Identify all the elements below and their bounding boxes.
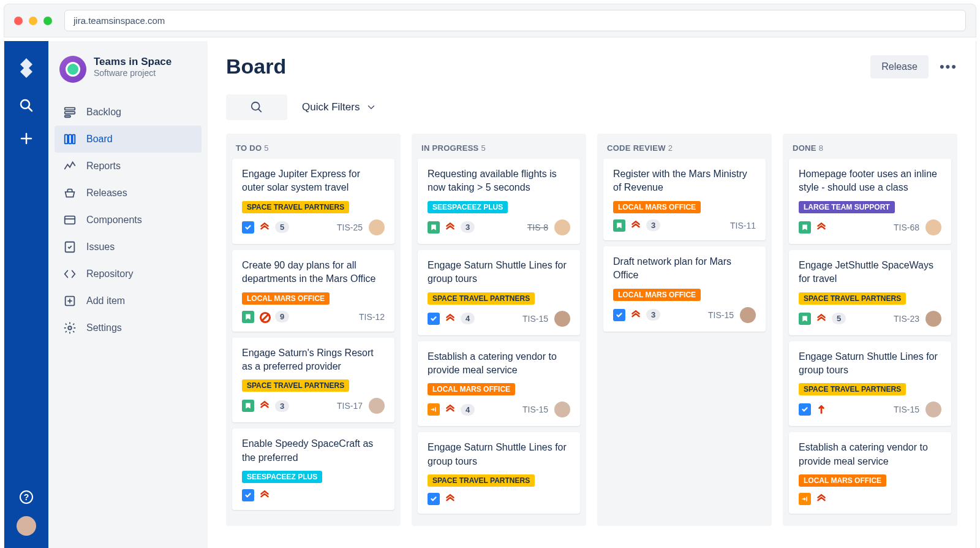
issue-key: TIS-15 (708, 310, 734, 320)
card-label: SPACE TRAVEL PARTNERS (428, 292, 535, 305)
assignee-avatar[interactable] (740, 307, 756, 323)
jira-logo[interactable] (14, 56, 39, 80)
assignee-avatar[interactable] (369, 398, 385, 414)
project-nav-list: BacklogBoardReportsReleasesComponentsIss… (55, 99, 202, 341)
help-icon[interactable]: ? (18, 489, 34, 505)
sidebar-item-add-item[interactable]: Add item (55, 287, 202, 314)
issue-card[interactable]: Requesting available flights is now taki… (418, 159, 580, 244)
priority-icon (259, 400, 270, 411)
quick-filters-dropdown[interactable]: Quick Filters (302, 101, 377, 113)
create-icon[interactable] (18, 131, 34, 147)
issue-key: TIS-15 (894, 405, 919, 414)
card-title: Engage Saturn Shuttle Lines for group to… (428, 441, 570, 468)
issue-card[interactable]: Register with the Mars Ministry of Reven… (603, 159, 766, 240)
assignee-avatar[interactable] (554, 311, 570, 327)
project-header[interactable]: Teams in Space Software project (55, 56, 202, 94)
assignee-avatar[interactable] (925, 219, 941, 235)
issue-key: TIS-12 (359, 312, 385, 322)
priority-icon (816, 404, 827, 415)
sidebar-item-label: Settings (86, 322, 122, 333)
window-controls (14, 17, 52, 25)
sidebar-item-label: Components (86, 215, 142, 226)
sidebar-item-board[interactable]: Board (55, 126, 202, 153)
assignee-avatar[interactable] (369, 219, 385, 235)
svg-line-22 (262, 314, 268, 321)
assignee-avatar[interactable] (925, 311, 941, 327)
maximize-window-button[interactable] (43, 17, 52, 25)
issue-card[interactable]: Engage Saturn's Rings Resort as a prefer… (232, 338, 394, 423)
issue-card[interactable]: Draft network plan for Mars Office LOCAL… (603, 246, 766, 332)
sidebar-item-releases[interactable]: Releases (55, 180, 202, 207)
project-avatar (59, 56, 86, 83)
more-actions-icon[interactable]: ••• (940, 59, 957, 75)
release-button[interactable]: Release (870, 55, 929, 78)
sidebar-item-issues[interactable]: Issues (55, 234, 202, 261)
close-window-button[interactable] (14, 17, 23, 25)
issue-key: TIS-25 (337, 223, 363, 232)
assignee-avatar[interactable] (554, 401, 570, 417)
issue-card[interactable]: Create 90 day plans for all departments … (232, 250, 394, 332)
sidebar-item-reports[interactable]: Reports (55, 153, 202, 180)
priority-icon (445, 222, 456, 233)
issue-type-icon (613, 309, 625, 321)
sidebar-item-repository[interactable]: Repository (55, 261, 202, 287)
svg-rect-12 (65, 216, 75, 224)
issue-card[interactable]: Engage Saturn Shuttle Lines for group to… (789, 341, 951, 427)
column-header: TO DO 5 (232, 140, 394, 159)
url-bar[interactable]: jira.teamsinspace.com (64, 10, 966, 31)
issue-type-icon (428, 403, 440, 416)
issue-type-icon (242, 489, 254, 501)
browser-chrome: jira.teamsinspace.com (4, 4, 976, 37)
issue-card[interactable]: Establish a catering vendor to provide m… (789, 432, 951, 514)
card-label: LOCAL MARS OFFICE (242, 292, 330, 305)
card-title: Create 90 day plans for all departments … (242, 259, 385, 286)
sidebar-item-label: Releases (86, 188, 127, 199)
card-title: Engage Saturn's Rings Resort as a prefer… (242, 346, 385, 374)
assignee-avatar[interactable] (554, 219, 570, 235)
issue-key: TIS-11 (730, 221, 756, 230)
svg-line-20 (258, 109, 262, 112)
issue-card[interactable]: Enable Speedy SpaceCraft as the preferre… (232, 428, 394, 510)
issue-card[interactable]: Engage Saturn Shuttle Lines for group to… (418, 250, 580, 335)
card-title: Establish a catering vendor to provide m… (799, 441, 941, 468)
board-column: DONE 8 Homepage footer uses an inline st… (783, 134, 957, 526)
minimize-window-button[interactable] (29, 17, 37, 25)
card-label: SPACE TRAVEL PARTNERS (799, 383, 906, 395)
story-points-badge: 3 (461, 221, 475, 233)
issue-type-icon (799, 493, 811, 505)
issue-type-icon (799, 313, 811, 325)
repository-icon (63, 267, 77, 281)
board-column: TO DO 5 Engage Jupiter Express for outer… (226, 134, 401, 526)
sidebar-item-settings[interactable]: Settings (55, 314, 202, 341)
card-label: SPACE TRAVEL PARTNERS (428, 474, 535, 487)
svg-rect-10 (69, 135, 72, 144)
issue-key: TIS-8 (527, 223, 548, 232)
priority-icon (816, 493, 827, 504)
issue-card[interactable]: Engage Saturn Shuttle Lines for group to… (418, 432, 580, 514)
profile-avatar[interactable] (17, 516, 36, 536)
issue-card[interactable]: Engage JetShuttle SpaceWays for travel S… (789, 250, 951, 335)
search-icon[interactable] (18, 97, 34, 113)
sidebar-item-components[interactable]: Components (55, 207, 202, 234)
card-title: Draft network plan for Mars Office (613, 255, 756, 283)
global-sidebar: ? (4, 41, 48, 548)
sidebar-item-backlog[interactable]: Backlog (55, 99, 202, 126)
card-label: SEESPACEEZ PLUS (428, 201, 508, 213)
project-type: Software project (94, 68, 172, 78)
assignee-avatar[interactable] (925, 401, 941, 417)
backlog-icon (63, 105, 77, 119)
issue-key: TIS-23 (894, 314, 919, 324)
card-title: Register with the Mars Ministry of Reven… (613, 167, 756, 195)
card-title: Requesting available flights is now taki… (428, 167, 570, 195)
sidebar-item-label: Issues (86, 242, 115, 253)
card-title: Engage Saturn Shuttle Lines for group to… (428, 259, 570, 286)
priority-icon (259, 490, 270, 501)
priority-icon (259, 311, 270, 322)
issue-key: TIS-68 (894, 223, 919, 232)
issue-type-icon (799, 403, 811, 416)
issue-card[interactable]: Homepage footer uses an inline style - s… (789, 159, 951, 244)
issue-card[interactable]: Engage Jupiter Express for outer solar s… (232, 159, 394, 244)
board-search-input[interactable] (226, 94, 287, 120)
card-label: SPACE TRAVEL PARTNERS (799, 292, 906, 305)
issue-card[interactable]: Establish a catering vendor to provide m… (418, 341, 580, 427)
